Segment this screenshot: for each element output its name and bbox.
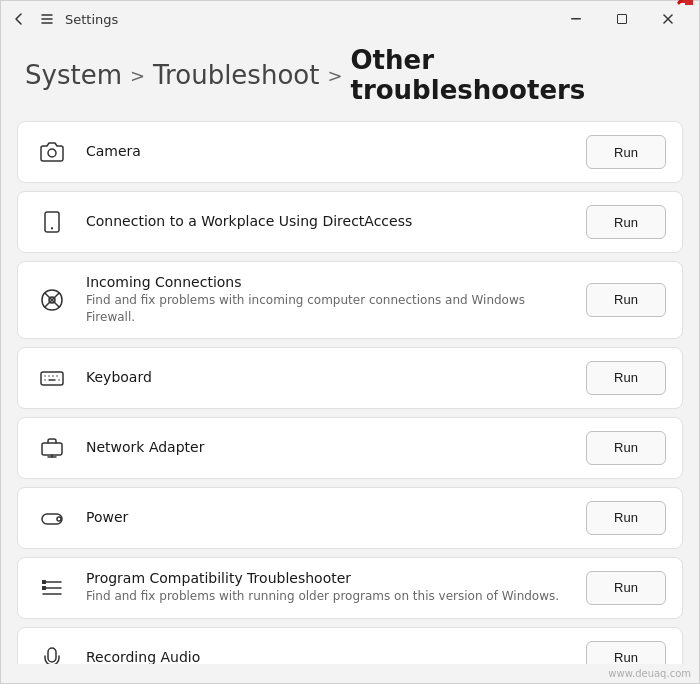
- incoming-connections-icon: [34, 282, 70, 318]
- breadcrumb-system[interactable]: System: [25, 60, 122, 90]
- list-item: CameraRun: [17, 121, 683, 183]
- svg-rect-30: [42, 586, 46, 590]
- troubleshooter-title: Connection to a Workplace Using DirectAc…: [86, 213, 570, 229]
- settings-window: Settings System >: [0, 0, 700, 684]
- list-item: Network AdapterRun: [17, 417, 683, 479]
- breadcrumb-sep2: >: [327, 65, 342, 86]
- maximize-button[interactable]: [599, 1, 645, 37]
- troubleshooter-title: Incoming Connections: [86, 274, 570, 290]
- run-button[interactable]: Run: [586, 361, 666, 395]
- svg-rect-13: [41, 372, 63, 385]
- troubleshooter-title: Network Adapter: [86, 439, 570, 455]
- back-button[interactable]: [9, 9, 29, 29]
- troubleshooter-text: Camera: [86, 143, 570, 161]
- troubleshooters-list: CameraRunConnection to a Workplace Using…: [1, 121, 699, 664]
- compatibility-icon: [34, 570, 70, 606]
- svg-point-25: [57, 517, 61, 521]
- power-icon: [34, 500, 70, 536]
- troubleshooter-description: Find and fix problems with incoming comp…: [86, 292, 570, 326]
- troubleshooter-title: Power: [86, 509, 570, 525]
- run-button[interactable]: Run: [586, 641, 666, 664]
- list-item: KeyboardRun: [17, 347, 683, 409]
- recording-audio-icon: [34, 640, 70, 664]
- troubleshooter-text: Network Adapter: [86, 439, 570, 457]
- run-button[interactable]: Run: [586, 431, 666, 465]
- troubleshooter-text: Incoming ConnectionsFind and fix problem…: [86, 274, 570, 326]
- troubleshooter-description: Find and fix problems with running older…: [86, 588, 570, 605]
- watermark: www.deuaq.com: [1, 664, 699, 683]
- troubleshooter-title: Recording Audio: [86, 649, 570, 664]
- troubleshooter-text: Keyboard: [86, 369, 570, 387]
- troubleshooter-text: Recording Audio: [86, 649, 570, 664]
- keyboard-icon: [34, 360, 70, 396]
- window-title: Settings: [65, 12, 118, 27]
- svg-rect-24: [42, 514, 62, 524]
- svg-rect-21: [42, 443, 62, 455]
- troubleshooter-title: Camera: [86, 143, 570, 159]
- breadcrumb-current: Other troubleshooters: [350, 45, 675, 105]
- svg-rect-29: [42, 580, 46, 584]
- window-controls: [553, 1, 691, 37]
- directaccess-icon: [34, 204, 70, 240]
- troubleshooter-title: Program Compatibility Troubleshooter: [86, 570, 570, 586]
- title-bar-left: Settings: [9, 9, 553, 29]
- run-button[interactable]: Run: [586, 135, 666, 169]
- svg-rect-3: [571, 18, 581, 20]
- run-button[interactable]: Run: [586, 501, 666, 535]
- troubleshooter-text: Connection to a Workplace Using DirectAc…: [86, 213, 570, 231]
- troubleshooter-text: Power: [86, 509, 570, 527]
- close-button[interactable]: [645, 1, 691, 37]
- breadcrumb-sep1: >: [130, 65, 145, 86]
- troubleshooter-title: Keyboard: [86, 369, 570, 385]
- list-item: PowerRun: [17, 487, 683, 549]
- svg-point-9: [48, 149, 56, 157]
- camera-icon: [34, 134, 70, 170]
- run-button[interactable]: Run: [586, 283, 666, 317]
- hamburger-menu-button[interactable]: [37, 9, 57, 29]
- title-bar: Settings: [1, 1, 699, 37]
- run-button[interactable]: Run: [586, 205, 666, 239]
- network-adapter-icon: [34, 430, 70, 466]
- minimize-button[interactable]: [553, 1, 599, 37]
- svg-rect-4: [618, 15, 627, 24]
- list-item: Connection to a Workplace Using DirectAc…: [17, 191, 683, 253]
- troubleshooter-text: Program Compatibility TroubleshooterFind…: [86, 570, 570, 605]
- list-item: Program Compatibility TroubleshooterFind…: [17, 557, 683, 619]
- run-button[interactable]: Run: [586, 571, 666, 605]
- list-item: Recording AudioRun: [17, 627, 683, 664]
- breadcrumb-troubleshoot[interactable]: Troubleshoot: [153, 60, 319, 90]
- list-item: Incoming ConnectionsFind and fix problem…: [17, 261, 683, 339]
- breadcrumb: System > Troubleshoot > Other troublesho…: [1, 37, 699, 121]
